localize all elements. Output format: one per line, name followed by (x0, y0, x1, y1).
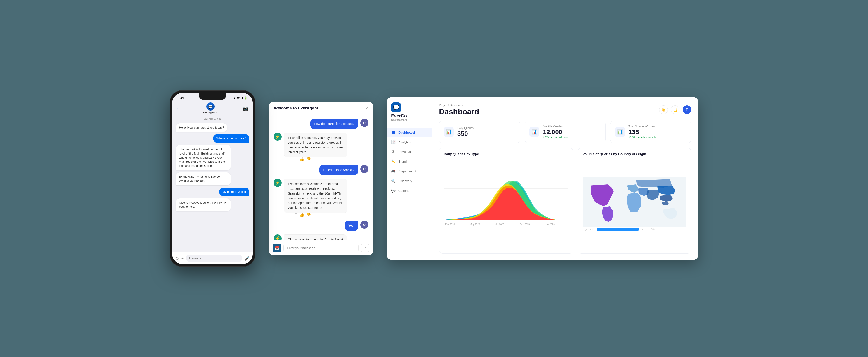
chat-user-bubble-3: Yes! (345, 220, 358, 231)
phone-video-button[interactable]: 📷 (243, 106, 248, 111)
svg-text:Jul 2023: Jul 2023 (495, 223, 504, 226)
chat-input-bar: 📅 ↑ (269, 240, 373, 256)
sidebar-label-dashboard: Dashboard (398, 131, 415, 135)
analytics-nav-icon: 📈 (391, 140, 396, 144)
engagement-nav-icon: 🎮 (391, 169, 396, 173)
header-actions: ☀️ 🌙 T (659, 106, 691, 114)
chat-messages: U How do I enroll for a course? ⚡ To enr… (269, 115, 373, 240)
chat-copy-icon[interactable]: ☐ (294, 157, 298, 161)
dashboard-logo: 💬 EverCo Operational AI (386, 102, 432, 128)
world-map-chart-card: Volume of Queries by Country of Origin (578, 148, 691, 254)
stat-value-users: 135 (628, 128, 656, 136)
sidebar-label-engagement: Engagement (398, 170, 416, 173)
chat-message-row: U Yes! (274, 220, 368, 231)
stat-info-users: Total Number of Users 135 +10% since las… (628, 125, 656, 139)
chat-close-button[interactable]: × (365, 106, 368, 111)
chat-thumbup-icon[interactable]: 👍 (300, 213, 304, 217)
logo-subtitle: Operational AI (391, 119, 407, 121)
chat-copy-icon[interactable]: ☐ (294, 213, 298, 217)
chat-panel: Welcome to EverAgent × U How do I enroll… (269, 101, 373, 256)
chat-thumbdown-icon[interactable]: 👎 (307, 157, 311, 161)
phone-screen: 9:41 ▲ WiFi 🔋 ‹ 💬 EverAgent ✓ 📷 Sat, Mar… (172, 93, 253, 264)
main-scene: 9:41 ▲ WiFi 🔋 ‹ 💬 EverAgent ✓ 📷 Sat, Mar… (160, 81, 708, 276)
svg-text:May 2023: May 2023 (470, 223, 480, 226)
sidebar-item-engagement[interactable]: 🎮 Engagement (386, 166, 432, 176)
svg-text:Nov 2023: Nov 2023 (545, 223, 555, 226)
stats-row: 📊 Daily Queries 350 📊 Monthly Queries 12… (439, 121, 691, 143)
stat-card-users: 📊 Total Number of Users 135 +10% since l… (610, 121, 691, 143)
svg-text:10k: 10k (651, 228, 655, 231)
stat-icon-monthly: 📊 (529, 127, 539, 137)
phone-messages: Hello! How can I assist you today? Where… (172, 121, 253, 252)
chat-user-avatar: U (360, 165, 368, 173)
chat-send-button[interactable]: ↑ (361, 244, 369, 252)
charts-row: Daily Queries by Type (439, 148, 691, 254)
phone-nav-bar: ‹ 💬 EverAgent ✓ 📷 (172, 101, 253, 116)
chat-bot-avatar: ⚡ (274, 132, 282, 141)
phone-back-button[interactable]: ‹ (177, 106, 178, 111)
svg-text:5k: 5k (641, 228, 644, 231)
chat-calendar-button[interactable]: 📅 (273, 244, 281, 252)
revenue-nav-icon: $ (391, 150, 396, 154)
sidebar-item-analytics[interactable]: 📈 Analytics (386, 137, 432, 147)
logo-icon: 💬 (391, 102, 401, 113)
dashboard-title-group: Pages / Dashboard Dashboard (439, 103, 479, 116)
stat-info-monthly: Monthly Queries 12,000 +23% since last m… (543, 125, 570, 139)
stat-label-users: Total Number of Users (628, 125, 656, 128)
stat-value-monthly: 12,000 (543, 128, 570, 136)
phone-camera-icon[interactable]: ⊙ (176, 256, 179, 261)
sidebar-label-comms: Comms (398, 189, 409, 192)
phone-mic-icon[interactable]: 🎤 (245, 256, 250, 261)
sidebar-item-brand[interactable]: ✏️ Brand (386, 156, 432, 166)
chat-bot-bubble-3: Ok, I've registered you for Arabic 2 nex… (284, 234, 347, 240)
dashboard-sidebar: 💬 EverCo Operational AI ⊞ Dashboard 📈 An… (386, 97, 432, 260)
phone-app-info: 💬 EverAgent ✓ (203, 102, 218, 114)
stat-label-monthly: Monthly Queries (543, 125, 570, 128)
chat-thumbdown-icon[interactable]: 👎 (307, 213, 311, 217)
phone-device: 9:41 ▲ WiFi 🔋 ‹ 💬 EverAgent ✓ 📷 Sat, Mar… (169, 90, 255, 267)
chat-header: Welcome to EverAgent × (269, 101, 373, 115)
chat-thumbup-icon[interactable]: 👍 (300, 157, 304, 161)
chat-title: Welcome to EverAgent (274, 106, 318, 111)
sidebar-item-discovery[interactable]: 🔍 Discovery (386, 176, 432, 186)
phone-app-icon: 💬 (206, 102, 215, 111)
phone-app-icon-btn[interactable]: A (181, 256, 184, 261)
chat-bot-bubble-2: Two sections of Arabic 2 are offered nex… (284, 179, 347, 213)
page-title: Dashboard (439, 107, 479, 116)
svg-rect-11 (597, 228, 639, 231)
stat-change-users: +10% since last month (628, 136, 656, 139)
sidebar-item-comms[interactable]: 💬 Comms (386, 186, 432, 196)
breadcrumb: Pages / Dashboard (439, 103, 479, 107)
svg-text:Queries: Queries (585, 228, 592, 231)
phone-msg-1: Hello! How can I assist you today? (176, 123, 227, 132)
stat-card-daily: 📊 Daily Queries 350 (439, 121, 520, 143)
phone-date: Sat, Mar 2, 9:41 (172, 116, 253, 121)
chat-user-avatar: U (360, 119, 368, 127)
stat-value-daily: 350 (457, 130, 473, 137)
chat-message-row: ⚡ To enroll in a course, you may browse … (274, 132, 368, 161)
chat-bot-bubble-1: To enroll in a course, you may browse co… (284, 132, 347, 157)
chat-user-avatar: U (360, 220, 368, 229)
chat-message-input[interactable] (283, 244, 359, 252)
chat-user-bubble-1: How do I enroll for a course? (310, 119, 358, 129)
world-map: Queries 5k 10k (583, 159, 686, 249)
dashboard-header: Pages / Dashboard Dashboard ☀️ 🌙 T (439, 103, 691, 116)
stat-icon-users: 📊 (615, 127, 625, 137)
sidebar-item-revenue[interactable]: $ Revenue (386, 147, 432, 156)
svg-text:Mar 2023: Mar 2023 (445, 223, 455, 226)
phone-input-bar: ⊙ A 🎤 (172, 252, 253, 264)
discovery-nav-icon: 🔍 (391, 179, 396, 183)
sun-icon-button[interactable]: ☀️ (659, 106, 668, 114)
phone-time: 9:41 (178, 96, 184, 100)
phone-message-input[interactable] (186, 255, 242, 262)
user-avatar[interactable]: T (683, 106, 691, 114)
chat-bot-avatar: ⚡ (274, 179, 282, 187)
dashboard-nav-icon: ⊞ (391, 130, 396, 135)
moon-icon-button[interactable]: 🌙 (671, 106, 680, 114)
phone-msg-3: The car park is located on the B1 level … (176, 145, 231, 170)
dashboard-nav: ⊞ Dashboard 📈 Analytics $ Revenue ✏️ Bra… (386, 128, 432, 255)
sidebar-item-dashboard[interactable]: ⊞ Dashboard (386, 128, 432, 137)
phone-msg-5: My name is Julien (219, 187, 249, 196)
chat-message-row: U How do I enroll for a course? (274, 119, 368, 129)
daily-queries-chart-card: Daily Queries by Type (439, 148, 573, 254)
